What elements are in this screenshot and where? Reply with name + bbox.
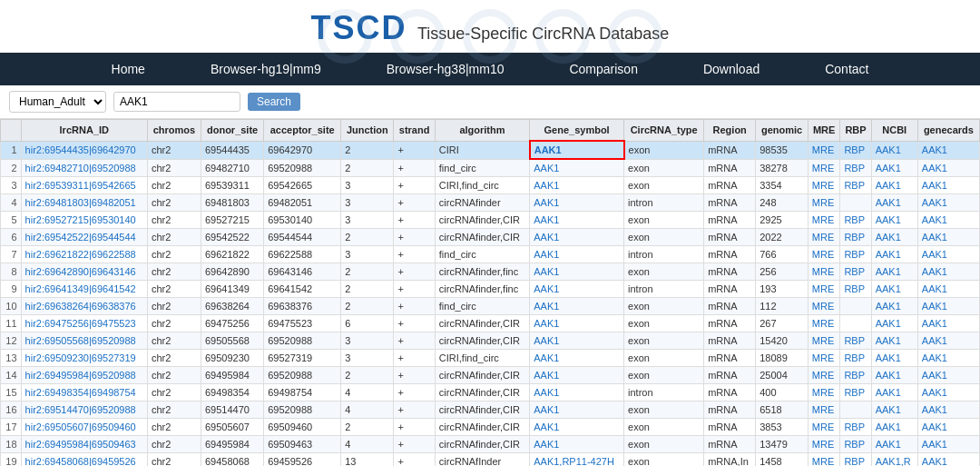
cell-id[interactable]: hir2:69509230|69527319	[21, 350, 147, 367]
cell-rbp[interactable]: RBP	[840, 350, 871, 367]
cell-rbp[interactable]	[840, 298, 871, 315]
cell-mre[interactable]: MRE	[808, 281, 840, 298]
cell-gene[interactable]: AAK1,RP11-427H	[530, 453, 624, 467]
nav-browser-hg19[interactable]: Browser-hg19|mm9	[178, 53, 354, 85]
cell-rbp[interactable]: RBP	[840, 212, 871, 229]
cell-ncbi[interactable]: AAK1	[871, 436, 917, 453]
cell-rbp[interactable]	[840, 194, 871, 212]
cell-genecards[interactable]: AAK1	[917, 177, 979, 194]
cell-rbp[interactable]: RBP	[840, 419, 871, 436]
search-input[interactable]	[113, 92, 240, 112]
cell-ncbi[interactable]: AAK1	[871, 212, 917, 229]
cell-mre[interactable]: MRE	[808, 367, 840, 384]
cell-ncbi[interactable]: AAK1	[871, 263, 917, 281]
cell-mre[interactable]: MRE	[808, 453, 840, 467]
cell-ncbi[interactable]: AAK1	[871, 229, 917, 246]
cell-genecards[interactable]: AAK1	[917, 246, 979, 263]
cell-gene[interactable]: AAK1	[530, 315, 624, 332]
cell-mre[interactable]: MRE	[808, 212, 840, 229]
cell-id[interactable]: hir2:69458068|69459526	[21, 453, 147, 467]
cell-rbp[interactable]: RBP	[840, 436, 871, 453]
cell-rbp[interactable]: RBP	[840, 384, 871, 402]
cell-ncbi[interactable]: AAK1	[871, 332, 917, 350]
cell-ncbi[interactable]: AAK1	[871, 350, 917, 367]
cell-rbp[interactable]: RBP	[840, 263, 871, 281]
cell-gene[interactable]: AAK1	[530, 402, 624, 419]
cell-id[interactable]: hir2:69641349|69641542	[21, 281, 147, 298]
cell-id[interactable]: hir2:69527215|69530140	[21, 212, 147, 229]
cell-ncbi[interactable]: AAK1	[871, 315, 917, 332]
cell-id[interactable]: hir2:69514470|69520988	[21, 402, 147, 419]
cell-ncbi[interactable]: AAK1	[871, 194, 917, 212]
cell-ncbi[interactable]: AAK1	[871, 298, 917, 315]
cell-mre[interactable]: MRE	[808, 315, 840, 332]
species-dropdown[interactable]: Human_Adult Human_Fetal Mouse_Adult	[9, 91, 106, 113]
cell-genecards[interactable]: AAK1	[917, 263, 979, 281]
cell-gene[interactable]: AAK1	[530, 194, 624, 212]
cell-mre[interactable]: MRE	[808, 419, 840, 436]
cell-rbp[interactable]: RBP	[840, 177, 871, 194]
cell-id[interactable]: hir2:69539311|69542665	[21, 177, 147, 194]
cell-rbp[interactable]: RBP	[840, 367, 871, 384]
cell-gene[interactable]: AAK1	[530, 159, 624, 177]
cell-gene[interactable]: AAK1	[530, 350, 624, 367]
cell-id[interactable]: hir2:69505568|69520988	[21, 332, 147, 350]
cell-genecards[interactable]: AAK1	[917, 281, 979, 298]
cell-rbp[interactable]	[840, 402, 871, 419]
cell-rbp[interactable]: RBP	[840, 229, 871, 246]
cell-ncbi[interactable]: AAK1	[871, 402, 917, 419]
cell-ncbi[interactable]: AAK1	[871, 419, 917, 436]
cell-genecards[interactable]: AAK1	[917, 159, 979, 177]
cell-ncbi[interactable]: AAK1	[871, 141, 917, 159]
cell-mre[interactable]: MRE	[808, 402, 840, 419]
cell-genecards[interactable]: AAK1	[917, 436, 979, 453]
cell-mre[interactable]: MRE	[808, 194, 840, 212]
cell-genecards[interactable]: AAK1	[917, 298, 979, 315]
cell-id[interactable]: hir2:69475256|69475523	[21, 315, 147, 332]
cell-genecards[interactable]: AAK1	[917, 141, 979, 159]
cell-id[interactable]: hir2:69481803|69482051	[21, 194, 147, 212]
cell-ncbi[interactable]: AAK1	[871, 367, 917, 384]
cell-id[interactable]: hir2:69495984|69509463	[21, 436, 147, 453]
cell-gene[interactable]: AAK1	[530, 229, 624, 246]
cell-gene[interactable]: AAK1	[530, 298, 624, 315]
cell-mre[interactable]: MRE	[808, 384, 840, 402]
cell-ncbi[interactable]: AAK1	[871, 281, 917, 298]
cell-id[interactable]: hir2:69495984|69520988	[21, 367, 147, 384]
nav-contact[interactable]: Contact	[792, 53, 901, 85]
cell-id[interactable]: hir2:69498354|69498754	[21, 384, 147, 402]
cell-mre[interactable]: MRE	[808, 141, 840, 159]
cell-ncbi[interactable]: AAK1,R	[871, 453, 917, 467]
cell-rbp[interactable]: RBP	[840, 332, 871, 350]
cell-id[interactable]: hir2:69638264|69638376	[21, 298, 147, 315]
cell-genecards[interactable]: AAK1	[917, 402, 979, 419]
cell-gene[interactable]: AAK1	[530, 367, 624, 384]
cell-id[interactable]: hir2:69544435|69642970	[21, 141, 147, 159]
cell-mre[interactable]: MRE	[808, 159, 840, 177]
cell-gene[interactable]: AAK1	[530, 141, 624, 159]
cell-genecards[interactable]: AAK1	[917, 419, 979, 436]
cell-genecards[interactable]: AAK1	[917, 332, 979, 350]
cell-mre[interactable]: MRE	[808, 177, 840, 194]
cell-mre[interactable]: MRE	[808, 229, 840, 246]
cell-id[interactable]: hir2:69542522|69544544	[21, 229, 147, 246]
cell-id[interactable]: hir2:69642890|69643146	[21, 263, 147, 281]
cell-rbp[interactable]: RBP	[840, 281, 871, 298]
cell-mre[interactable]: MRE	[808, 246, 840, 263]
nav-comparison[interactable]: Comparison	[536, 53, 670, 85]
cell-mre[interactable]: MRE	[808, 298, 840, 315]
cell-mre[interactable]: MRE	[808, 436, 840, 453]
cell-genecards[interactable]: AAK1	[917, 453, 979, 467]
cell-ncbi[interactable]: AAK1	[871, 159, 917, 177]
cell-rbp[interactable]: RBP	[840, 453, 871, 467]
cell-rbp[interactable]: RBP	[840, 141, 871, 159]
cell-gene[interactable]: AAK1	[530, 246, 624, 263]
cell-gene[interactable]: AAK1	[530, 177, 624, 194]
cell-genecards[interactable]: AAK1	[917, 384, 979, 402]
cell-gene[interactable]: AAK1	[530, 384, 624, 402]
cell-mre[interactable]: MRE	[808, 263, 840, 281]
cell-rbp[interactable]: RBP	[840, 159, 871, 177]
cell-genecards[interactable]: AAK1	[917, 367, 979, 384]
cell-ncbi[interactable]: AAK1	[871, 177, 917, 194]
cell-genecards[interactable]: AAK1	[917, 315, 979, 332]
